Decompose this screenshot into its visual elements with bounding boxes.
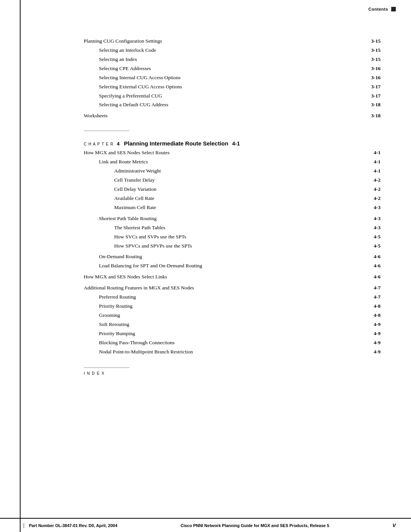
ch4-toc-text-5: Available Cell Rate xyxy=(114,195,371,203)
ch4-toc-21: Nodal Point-to-Multipoint Branch Restric… xyxy=(84,348,381,356)
ch4-toc-text-16: Priority Routing xyxy=(99,302,371,310)
ch4-toc-page-1: 4-1 xyxy=(374,158,381,166)
toc-text-5: Selecting External CUG Access Options xyxy=(99,83,368,91)
index-section: I N D E X xyxy=(84,367,381,376)
ch4-toc-page-0: 4-1 xyxy=(374,149,381,157)
ch4-toc-17: Grooming 4-8 xyxy=(84,312,381,320)
ch4-toc-page-12: 4-6 xyxy=(374,262,381,270)
ch4-toc-text-20: Blocking Pass-Through Connections xyxy=(99,339,371,347)
ch4-toc-page-15: 4-7 xyxy=(374,293,381,301)
chapter4-rule xyxy=(84,131,129,131)
ch4-toc-7: Shortest Path Table Routing 4-3 xyxy=(84,215,381,223)
toc-page-3: 3-16 xyxy=(371,65,381,73)
toc-item-7: Selecting a Default CUG Address 3-18 xyxy=(84,101,381,109)
toc-item-4: Selecting Internal CUG Access Options 3-… xyxy=(84,74,381,82)
toc-item-8: Worksheets 3-18 xyxy=(84,112,381,120)
toc-text-1: Selecting an Interlock Code xyxy=(99,46,368,54)
ch4-toc-text-19: Priority Bumping xyxy=(99,330,371,338)
ch4-toc-page-5: 4-2 xyxy=(374,195,381,203)
ch4-toc-page-2: 4-1 xyxy=(374,167,381,175)
ch4-toc-page-10: 4-5 xyxy=(374,242,381,250)
ch4-toc-text-0: How MGX and SES Nodes Select Routes xyxy=(84,149,371,157)
chapter4-heading-row: C H A P T E R 4 Planning Intermediate Ro… xyxy=(84,140,381,147)
toc-item-5: Selecting External CUG Access Options 3-… xyxy=(84,83,381,91)
toc-page-7: 3-18 xyxy=(371,101,381,109)
ch4-toc-page-14: 4-7 xyxy=(374,284,381,292)
ch4-toc-0: How MGX and SES Nodes Select Routes 4-1 xyxy=(84,149,381,157)
ch4-toc-text-9: How SVCs and SVPs use the SPTs xyxy=(114,233,371,241)
ch4-toc-text-10: How SPVCs and SPVPs use the SPTs xyxy=(114,242,371,250)
ch4-toc-4: Cell Delay Variation 4-2 xyxy=(84,185,381,193)
chapter4-title: Planning Intermediate Route Selection xyxy=(124,140,228,147)
ch4-toc-2: Administrative Weight 4-1 xyxy=(84,167,381,175)
ch4-toc-16: Priority Routing 4-8 xyxy=(84,302,381,310)
ch4-toc-15: Preferred Routing 4-7 xyxy=(84,293,381,301)
ch4-toc-9: How SVCs and SVPs use the SPTs 4-5 xyxy=(84,233,381,241)
ch4-toc-page-6: 4-3 xyxy=(374,204,381,212)
ch4-toc-3: Cell Transfer Delay 4-2 xyxy=(84,176,381,184)
toc-item-6: Specifying a Preferential CUG 3-17 xyxy=(84,92,381,100)
index-label: I N D E X xyxy=(84,371,105,375)
ch4-toc-page-11: 4-6 xyxy=(374,253,381,261)
ch4-toc-5: Available Cell Rate 4-2 xyxy=(84,195,381,203)
toc-page-2: 3-15 xyxy=(371,56,381,64)
ch4-toc-page-3: 4-2 xyxy=(374,176,381,184)
ch4-toc-text-7: Shortest Path Table Routing xyxy=(99,215,371,223)
footer-title: Cisco PNNI Network Planning Guide for MG… xyxy=(117,523,392,528)
ch4-toc-text-8: The Shortest Path Tables xyxy=(114,224,371,232)
toc-item-2: Selecting an Index 3-15 xyxy=(84,56,381,64)
toc-page-6: 3-17 xyxy=(371,92,381,100)
chapter4-toc-entries: How MGX and SES Nodes Select Routes 4-1 … xyxy=(84,149,381,356)
ch4-toc-page-9: 4-5 xyxy=(374,233,381,241)
toc-page-0: 3-15 xyxy=(371,37,381,45)
toc-text-8: Worksheets xyxy=(84,112,368,120)
toc-page-1: 3-15 xyxy=(371,46,381,54)
contents-label: Contents xyxy=(368,7,388,11)
ch4-toc-text-15: Preferred Routing xyxy=(99,293,371,301)
ch4-toc-19: Priority Bumping 4-9 xyxy=(84,330,381,338)
toc-page-8: 3-18 xyxy=(371,112,381,120)
ch4-toc-10: How SPVCs and SPVPs use the SPTs 4-5 xyxy=(84,242,381,250)
ch4-toc-14: Additional Routing Features in MGX and S… xyxy=(84,284,381,292)
left-border-line xyxy=(20,0,21,532)
ch4-toc-page-21: 4-9 xyxy=(374,348,381,356)
toc-text-2: Selecting an Index xyxy=(99,56,368,64)
ch4-toc-8: The Shortest Path Tables 4-3 xyxy=(84,224,381,232)
ch4-toc-text-12: Load Balancing for SPT and On-Demand Rou… xyxy=(99,262,371,270)
index-rule xyxy=(84,367,129,368)
ch4-toc-text-2: Administrative Weight xyxy=(114,167,371,175)
ch4-toc-13: How MGX and SES Nodes Select Links 4-6 xyxy=(84,273,381,281)
ch4-toc-page-17: 4-8 xyxy=(374,312,381,320)
chapter-word: C H A P T E R xyxy=(84,142,113,146)
toc-text-7: Selecting a Default CUG Address xyxy=(99,101,368,109)
chapter4-num: 4 xyxy=(117,141,120,147)
toc-page-4: 3-16 xyxy=(371,74,381,82)
chapter4-section: C H A P T E R 4 Planning Intermediate Ro… xyxy=(84,131,381,356)
toc-text-0: Planning CUG Configuration Settings xyxy=(84,37,368,45)
toc-text-4: Selecting Internal CUG Access Options xyxy=(99,74,368,82)
toc-page-5: 3-17 xyxy=(371,83,381,91)
ch4-toc-text-4: Cell Delay Variation xyxy=(114,185,371,193)
toc-item-1: Selecting an Interlock Code 3-15 xyxy=(84,46,381,54)
footer: │ Part Number OL-3847-01 Rev. D0, April,… xyxy=(0,518,411,532)
chapter4-label: C H A P T E R 4 xyxy=(84,141,120,147)
ch4-toc-text-17: Grooming xyxy=(99,312,371,320)
ch4-toc-page-8: 4-3 xyxy=(374,224,381,232)
toc-text-3: Selecting CPE Addresses xyxy=(99,65,368,73)
ch4-toc-18: Soft Rerouting 4-9 xyxy=(84,321,381,329)
top-bar-right: Contents xyxy=(368,7,396,11)
ch4-toc-text-11: On-Demand Routing xyxy=(99,253,371,261)
footer-page: V xyxy=(392,522,396,528)
footer-part-text: Part Number OL-3847-01 Rev. D0, April, 2… xyxy=(29,523,117,528)
footer-part-number: │ Part Number OL-3847-01 Rev. D0, April,… xyxy=(23,523,117,528)
ch4-toc-page-20: 4-9 xyxy=(374,339,381,347)
footer-bar-icon: │ xyxy=(23,523,25,528)
ch4-toc-1: Link and Route Metrics 4-1 xyxy=(84,158,381,166)
ch4-toc-page-4: 4-2 xyxy=(374,185,381,193)
ch4-toc-text-21: Nodal Point-to-Multipoint Branch Restric… xyxy=(99,348,371,356)
ch4-toc-text-1: Link and Route Metrics xyxy=(99,158,371,166)
ch4-toc-text-3: Cell Transfer Delay xyxy=(114,176,371,184)
ch4-toc-page-13: 4-6 xyxy=(374,273,381,281)
ch4-toc-page-16: 4-8 xyxy=(374,302,381,310)
ch4-toc-text-14: Additional Routing Features in MGX and S… xyxy=(84,284,371,292)
